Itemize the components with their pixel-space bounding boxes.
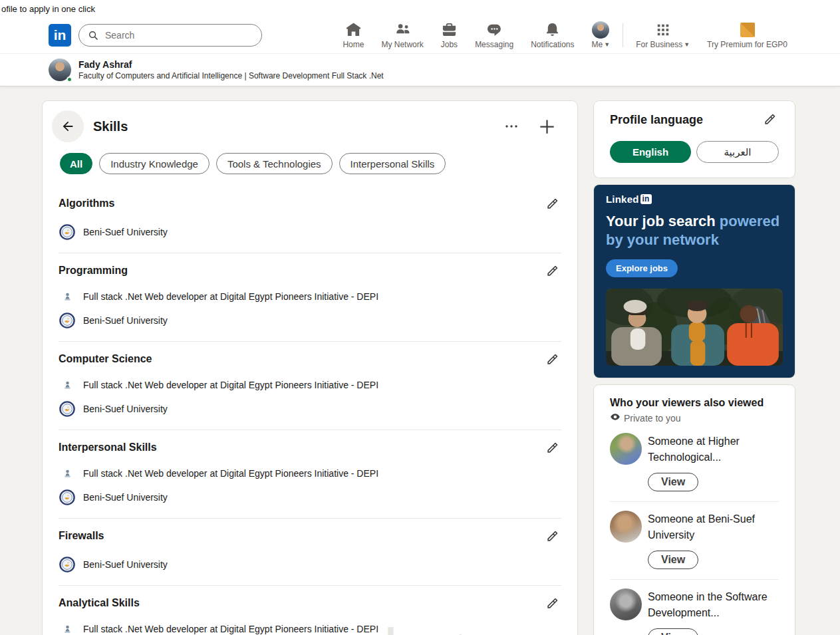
online-status-dot xyxy=(67,76,72,82)
skill-experience-row[interactable]: Full stack .Net Web developer at Digital… xyxy=(59,468,561,479)
language-arabic-button[interactable]: العربية xyxy=(696,141,779,163)
skill-experience-row[interactable]: Full stack .Net Web developer at Digital… xyxy=(59,380,561,390)
language-english-button[interactable]: English xyxy=(610,141,691,163)
skill-filters: All Industry Knowledge Tools & Technolog… xyxy=(43,148,577,186)
nav-messaging[interactable]: Messaging xyxy=(466,17,522,53)
skill-school-row[interactable]: Beni-Suef University xyxy=(59,557,561,572)
viewer-profile-link[interactable]: Someone at Beni-Suef University xyxy=(610,511,779,543)
linkedin-logo[interactable]: in xyxy=(49,24,71,47)
pencil-icon xyxy=(545,197,559,211)
search-box[interactable] xyxy=(78,24,262,47)
chevron-down-icon: ▼ xyxy=(604,41,610,48)
experience-icon xyxy=(59,469,76,479)
university-logo-icon xyxy=(59,489,76,505)
messaging-icon xyxy=(487,22,502,38)
edit-language-button[interactable] xyxy=(760,113,779,129)
skill-entry: Algorithms Beni-Suef University xyxy=(59,186,561,253)
skill-entry: Firewalls Beni-Suef University xyxy=(59,519,561,586)
nav-jobs-label: Jobs xyxy=(441,40,458,49)
nav-my-network[interactable]: My Network xyxy=(372,17,432,53)
viewer-name: Someone in the Software Development... xyxy=(648,588,779,621)
nav-for-business[interactable]: For Business▼ xyxy=(627,17,698,53)
skill-name: Computer Science xyxy=(59,353,152,365)
skill-entry: Computer Science Full stack .Net Web dev… xyxy=(59,342,561,430)
skill-school-text: Beni-Suef University xyxy=(83,492,168,503)
nav-try-premium[interactable]: Try Premium for EGP0 xyxy=(698,17,796,53)
page-title: Skills xyxy=(93,119,128,134)
view-button[interactable]: View xyxy=(648,473,698,491)
back-button[interactable] xyxy=(52,110,84,142)
filter-tools-technologies[interactable]: Tools & Technologies xyxy=(216,153,333,174)
profile-bar[interactable]: Fady Ashraf Faculty of Computers and Art… xyxy=(0,54,840,86)
skill-school-text: Beni-Suef University xyxy=(83,315,168,326)
university-logo-icon xyxy=(59,224,76,240)
experience-icon xyxy=(59,292,76,302)
skill-experience-text: Full stack .Net Web developer at Digital… xyxy=(83,291,378,302)
add-skill-button[interactable] xyxy=(538,118,556,136)
overflow-menu-button[interactable] xyxy=(503,118,519,134)
skill-entry: Analytical Skills Full stack .Net Web de… xyxy=(59,586,561,635)
linkedin-wordmark: Linkedin xyxy=(606,193,783,205)
profile-language-card: Profile language English العربية xyxy=(594,101,795,178)
pencil-icon xyxy=(545,597,559,610)
explore-jobs-button[interactable]: Explore jobs xyxy=(606,259,678,277)
nav-me[interactable]: Me▼ xyxy=(583,17,619,53)
skill-entry: Programming Full stack .Net Web develope… xyxy=(59,253,561,342)
filter-industry-knowledge[interactable]: Industry Knowledge xyxy=(99,153,210,174)
edit-skill-button[interactable] xyxy=(543,530,561,546)
skills-list: Algorithms Beni-Suef University Programm… xyxy=(59,186,561,635)
skill-school-text: Beni-Suef University xyxy=(83,559,168,570)
pencil-icon xyxy=(545,265,559,278)
my-network-icon xyxy=(395,22,410,38)
linkedin-wordmark-badge: in xyxy=(640,194,652,204)
skill-experience-row[interactable]: Full stack .Net Web developer at Digital… xyxy=(59,624,561,634)
jobs-icon xyxy=(442,22,457,38)
edit-skill-button[interactable] xyxy=(543,197,561,213)
me-avatar xyxy=(592,22,609,38)
search-input[interactable] xyxy=(105,30,253,41)
skill-name: Algorithms xyxy=(59,197,114,209)
nav-messaging-label: Messaging xyxy=(475,40,513,49)
filter-all[interactable]: All xyxy=(60,153,92,174)
nav-home[interactable]: Home xyxy=(334,17,372,53)
nav-jobs[interactable]: Jobs xyxy=(432,17,466,53)
skill-experience-text: Full stack .Net Web developer at Digital… xyxy=(83,468,378,479)
grid-icon xyxy=(656,22,670,38)
nav-me-label: Me xyxy=(592,40,603,49)
nav-notifications[interactable]: Notifications xyxy=(522,17,583,53)
viewer-name: Someone at Beni-Suef University xyxy=(648,511,779,543)
viewers-privacy-label: Private to you xyxy=(624,413,681,424)
skill-experience-text: Full stack .Net Web developer at Digital… xyxy=(83,624,378,634)
view-button[interactable]: View xyxy=(648,551,698,569)
edit-skill-button[interactable] xyxy=(543,265,561,281)
skill-school-row[interactable]: Beni-Suef University xyxy=(59,401,561,417)
viewer-profile-link[interactable]: Someone in the Software Development... xyxy=(610,588,779,621)
skill-school-row[interactable]: Beni-Suef University xyxy=(59,489,561,505)
skill-school-row[interactable]: Beni-Suef University xyxy=(59,224,561,240)
university-logo-icon xyxy=(59,557,76,572)
ad-photo xyxy=(606,289,783,366)
skill-experience-text: Full stack .Net Web developer at Digital… xyxy=(83,380,378,390)
ad-headline: Your job search powered by your network xyxy=(606,212,783,249)
skill-school-row[interactable]: Beni-Suef University xyxy=(59,313,561,328)
experience-icon xyxy=(59,624,76,634)
ellipsis-icon xyxy=(503,118,519,134)
premium-icon xyxy=(740,22,755,38)
viewer-profile-link[interactable]: Someone at Higher Technological... xyxy=(610,433,779,465)
page-content: Skills All Industry Knowledge Tools & Te… xyxy=(0,86,840,635)
viewer-avatar xyxy=(610,588,642,620)
university-logo-icon xyxy=(59,313,76,328)
view-button[interactable]: View xyxy=(648,628,698,635)
profile-headline: Faculty of Computers and Artificial Inte… xyxy=(78,71,384,80)
linkedin-wordmark-text: Linked xyxy=(606,193,639,205)
skill-name: Analytical Skills xyxy=(59,597,140,609)
edit-skill-button[interactable] xyxy=(543,597,561,613)
nav-items: Home My Network Jobs Messaging Notificat… xyxy=(334,17,796,53)
skills-card-header: Skills xyxy=(43,101,577,148)
filter-interpersonal-skills[interactable]: Interpersonal Skills xyxy=(339,153,446,174)
pencil-icon xyxy=(763,113,776,126)
edit-skill-button[interactable] xyxy=(543,353,561,369)
skill-experience-row[interactable]: Full stack .Net Web developer at Digital… xyxy=(59,291,561,302)
tooltip-text: ofile to apply in one click xyxy=(0,0,840,17)
edit-skill-button[interactable] xyxy=(543,442,561,457)
